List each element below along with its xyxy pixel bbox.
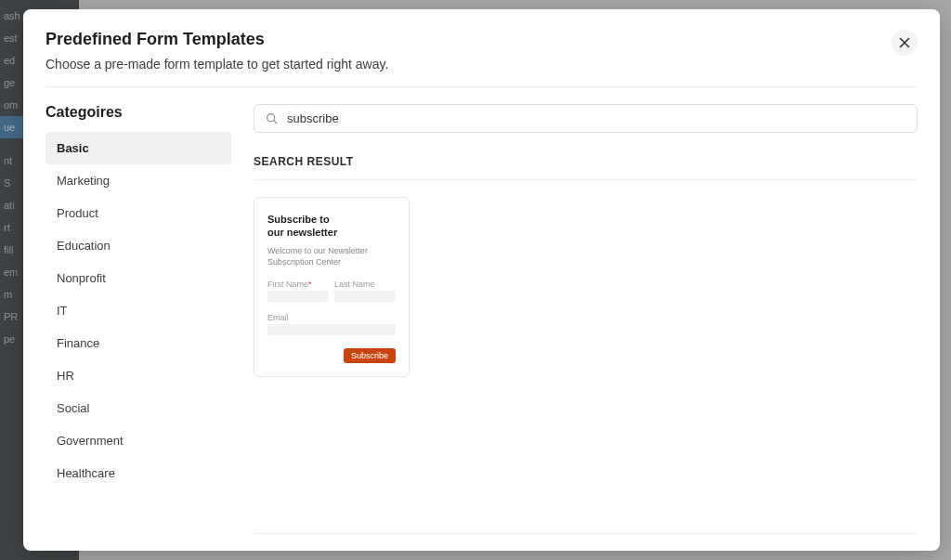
category-item-it[interactable]: IT xyxy=(46,294,231,327)
category-item-basic[interactable]: Basic xyxy=(46,132,231,164)
main-panel: SEARCH RESULT Subscribe to our newslette… xyxy=(231,104,918,534)
field-first-name: First Name* xyxy=(267,280,329,302)
search-input[interactable] xyxy=(287,111,905,125)
close-button[interactable] xyxy=(892,30,918,56)
template-card-newsletter[interactable]: Subscribe to our newsletter Welcome to o… xyxy=(254,197,410,377)
category-item-nonprofit[interactable]: Nonprofit xyxy=(46,262,231,294)
categories-title: Categoires xyxy=(46,104,231,121)
category-item-social[interactable]: Social xyxy=(46,392,231,424)
template-title-line1: Subscribe to xyxy=(267,214,330,225)
template-button-row: Subscribe xyxy=(267,348,396,363)
category-list: Basic Marketing Product Education Nonpro… xyxy=(46,132,231,489)
search-wrap[interactable] xyxy=(254,104,918,133)
category-item-education[interactable]: Education xyxy=(46,229,231,262)
categories-sidebar: Categoires Basic Marketing Product Educa… xyxy=(46,104,231,534)
category-item-product[interactable]: Product xyxy=(46,197,231,229)
subscribe-button-preview: Subscribe xyxy=(344,348,396,363)
first-name-label: First Name* xyxy=(267,280,329,289)
close-icon xyxy=(899,37,910,48)
first-name-text: First Name xyxy=(267,280,308,289)
svg-point-0 xyxy=(267,114,275,122)
last-name-input-preview xyxy=(334,291,396,302)
templates-modal: Predefined Form Templates Choose a pre-m… xyxy=(23,9,940,551)
template-title-line2: our newsletter xyxy=(267,227,337,238)
template-row-email: Email xyxy=(267,313,396,335)
template-description: Welcome to our Newsletter Subscription C… xyxy=(267,245,396,268)
required-marker: * xyxy=(308,280,312,289)
modal-title: Predefined Form Templates xyxy=(46,30,918,49)
last-name-label: Last Name xyxy=(334,280,396,289)
results-area[interactable]: Subscribe to our newsletter Welcome to o… xyxy=(254,179,918,534)
category-item-healthcare[interactable]: Healthcare xyxy=(46,457,231,489)
search-icon xyxy=(266,112,278,124)
email-label: Email xyxy=(267,313,396,322)
modal-body: Categoires Basic Marketing Product Educa… xyxy=(46,87,918,534)
search-result-label: SEARCH RESULT xyxy=(254,155,918,168)
category-item-finance[interactable]: Finance xyxy=(46,327,231,359)
field-email: Email xyxy=(267,313,396,335)
category-item-hr[interactable]: HR xyxy=(46,359,231,392)
field-last-name: Last Name xyxy=(334,280,396,302)
email-input-preview xyxy=(267,324,396,335)
template-title: Subscribe to our newsletter xyxy=(267,213,396,240)
results-inner: Subscribe to our newsletter Welcome to o… xyxy=(254,197,918,524)
template-row-name: First Name* Last Name xyxy=(267,280,396,302)
category-item-marketing[interactable]: Marketing xyxy=(46,164,231,197)
modal-header: Predefined Form Templates Choose a pre-m… xyxy=(46,30,918,87)
first-name-input-preview xyxy=(267,291,329,302)
modal-subtitle: Choose a pre-made form template to get s… xyxy=(46,57,918,72)
category-item-government[interactable]: Government xyxy=(46,424,231,457)
